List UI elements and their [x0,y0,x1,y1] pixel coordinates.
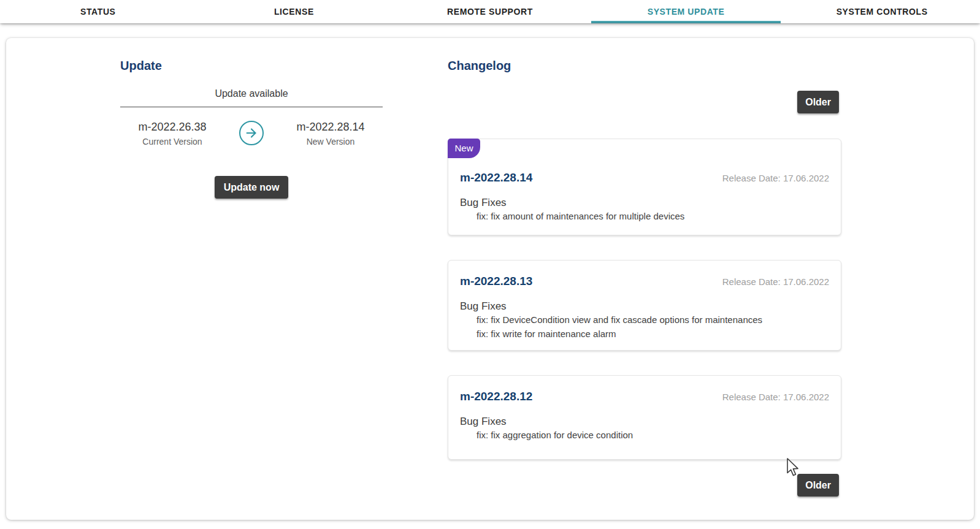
update-section: Update Update available m-2022.26.38 Cur… [120,58,383,242]
changelog-item: fix: fix DeviceCondition view and fix ca… [477,313,829,327]
tab-status[interactable]: STATUS [0,0,196,23]
changelog-card: New m-2022.28.14 Release Date: 17.06.202… [448,139,841,235]
tab-active-underline [591,21,781,23]
changelog-card-header: m-2022.28.14 Release Date: 17.06.2022 [460,139,829,185]
current-version-label: Current Version [120,137,224,147]
changelog-item: fix: fix aggregation for device conditio… [477,428,829,442]
older-button-bottom[interactable]: Older [797,474,839,497]
new-badge: New [448,139,480,158]
changelog-category: Bug Fixes [460,197,829,209]
current-version-box: m-2022.26.38 Current Version [120,120,224,147]
changelog-category: Bug Fixes [460,416,829,428]
changelog-card: m-2022.28.13 Release Date: 17.06.2022 Bu… [448,260,841,351]
tab-system-update[interactable]: SYSTEM UPDATE [588,0,784,23]
changelog-section: Changelog Older New m-2022.28.14 Release… [448,58,841,506]
arrow-right-icon [239,121,264,145]
current-version-number: m-2022.26.38 [120,120,224,134]
new-version-label: New Version [278,137,383,147]
changelog-item: fix: fix amount of maintenances for mult… [477,209,829,223]
changelog-item-list: fix: fix aggregation for device conditio… [477,428,829,442]
changelog-card-header: m-2022.28.13 Release Date: 17.06.2022 [460,261,829,288]
changelog-version: m-2022.28.12 [460,390,532,403]
tab-system-controls-label: SYSTEM CONTROLS [836,7,928,17]
new-version-number: m-2022.28.14 [278,120,383,134]
system-update-panel: Update Update available m-2022.26.38 Cur… [6,38,974,520]
tab-license-label: LICENSE [274,7,314,17]
changelog-item: fix: fix write for maintenance alarm [477,327,829,341]
changelog-card-header: m-2022.28.12 Release Date: 17.06.2022 [460,376,829,403]
changelog-item-list: fix: fix amount of maintenances for mult… [477,209,829,223]
changelog-version: m-2022.28.14 [460,171,532,185]
tab-status-label: STATUS [80,7,116,17]
changelog-release-date: Release Date: 17.06.2022 [722,173,829,183]
changelog-release-date: Release Date: 17.06.2022 [722,392,829,402]
tab-system-update-label: SYSTEM UPDATE [648,7,725,17]
update-now-button[interactable]: Update now [215,176,288,199]
version-transition-row: m-2022.26.38 Current Version m-2022.28.1… [120,120,383,147]
changelog-version: m-2022.28.13 [460,275,532,288]
tab-license[interactable]: LICENSE [196,0,392,23]
update-section-title: Update [120,58,383,73]
changelog-item-list: fix: fix DeviceCondition view and fix ca… [477,313,829,341]
older-button-top[interactable]: Older [797,91,839,113]
update-status-text: Update available [120,88,383,99]
changelog-card: m-2022.28.12 Release Date: 17.06.2022 Bu… [448,375,841,460]
tab-remote-support-label: REMOTE SUPPORT [447,7,533,17]
changelog-release-date: Release Date: 17.06.2022 [722,276,829,287]
new-version-box: m-2022.28.14 New Version [278,120,383,147]
changelog-section-title: Changelog [448,58,841,73]
tab-remote-support[interactable]: REMOTE SUPPORT [392,0,588,23]
update-divider [120,107,383,107]
changelog-category: Bug Fixes [460,300,829,313]
tab-system-controls[interactable]: SYSTEM CONTROLS [784,0,980,23]
top-tab-bar: STATUS LICENSE REMOTE SUPPORT SYSTEM UPD… [0,0,980,23]
